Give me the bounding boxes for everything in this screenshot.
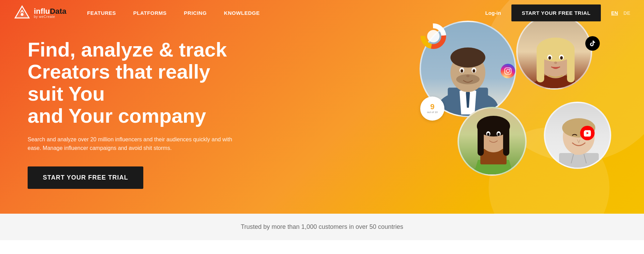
avatar-teen-hoodie bbox=[544, 102, 611, 169]
donut-chart bbox=[420, 22, 447, 51]
score-badge: 9 out of 10 bbox=[420, 96, 444, 121]
hero-subtitle: Search and analyze over 20 million influ… bbox=[28, 135, 235, 153]
trial-button-nav[interactable]: START YOUR FREE TRIAL bbox=[511, 4, 601, 21]
lang-de[interactable]: DE bbox=[624, 10, 630, 16]
hero-images: 9 out of 10 bbox=[402, 0, 644, 214]
logo-brand-name: influData bbox=[34, 8, 66, 15]
hero-content: Find, analyze & track Creators that real… bbox=[0, 4, 262, 209]
svg-point-19 bbox=[456, 74, 480, 84]
nav-platforms[interactable]: PLATFORMS bbox=[133, 10, 167, 16]
nav-right: Log-in START YOUR FREE TRIAL EN DE bbox=[485, 4, 630, 21]
youtube-badge bbox=[580, 126, 595, 140]
hero-title-line3: and Your company bbox=[28, 104, 206, 127]
score-number: 9 bbox=[430, 103, 434, 111]
logo-icon bbox=[14, 5, 30, 21]
svg-point-42 bbox=[487, 133, 490, 136]
lang-switcher: EN DE bbox=[611, 10, 630, 16]
svg-point-31 bbox=[554, 62, 557, 64]
svg-point-6 bbox=[427, 30, 440, 42]
svg-rect-26 bbox=[567, 48, 575, 82]
nav-links: FEATURES PLATFORMS PRICING KNOWLEDGE bbox=[87, 10, 485, 16]
trust-text: Trusted by more than 1,000 customers in … bbox=[241, 223, 403, 231]
nav-pricing[interactable]: PRICING bbox=[184, 10, 207, 16]
logo-sub-text: by weCreate bbox=[34, 15, 66, 19]
svg-rect-45 bbox=[559, 153, 599, 169]
svg-point-29 bbox=[548, 56, 551, 60]
nav-features[interactable]: FEATURES bbox=[87, 10, 116, 16]
login-link[interactable]: Log-in bbox=[485, 10, 501, 16]
hero-section: Find, analyze & track Creators that real… bbox=[0, 0, 644, 214]
logo-text: influData by weCreate bbox=[34, 8, 66, 19]
instagram-badge bbox=[501, 64, 515, 78]
trust-bar: Trusted by more than 1,000 customers in … bbox=[0, 214, 644, 240]
nav-knowledge[interactable]: KNOWLEDGE bbox=[224, 10, 260, 16]
logo-area[interactable]: influData by weCreate bbox=[14, 5, 66, 21]
trial-button-hero[interactable]: START YOUR FREE TRIAL bbox=[28, 166, 143, 189]
hero-title: Find, analyze & track Creators that real… bbox=[28, 39, 235, 126]
hero-title-line1: Find, analyze & track bbox=[28, 38, 227, 61]
avatar-girl-silhouette bbox=[459, 108, 527, 176]
svg-point-17 bbox=[473, 69, 475, 73]
navbar: influData by weCreate FEATURES PLATFORMS… bbox=[0, 0, 644, 26]
svg-point-16 bbox=[461, 69, 463, 73]
svg-point-52 bbox=[506, 69, 509, 72]
svg-rect-39 bbox=[503, 125, 509, 156]
tiktok-badge bbox=[585, 36, 600, 51]
svg-rect-51 bbox=[505, 68, 511, 74]
avatar-teen-silhouette bbox=[545, 103, 611, 169]
score-label: out of 10 bbox=[427, 111, 438, 114]
avatar-woman-silhouette bbox=[518, 15, 592, 90]
svg-point-53 bbox=[509, 69, 510, 70]
svg-point-30 bbox=[560, 56, 563, 60]
svg-point-43 bbox=[498, 133, 500, 136]
hero-title-line2: Creators that really suit You bbox=[28, 60, 210, 105]
svg-rect-25 bbox=[537, 48, 544, 82]
svg-point-13 bbox=[450, 48, 485, 68]
svg-point-2 bbox=[21, 13, 23, 16]
avatar-girl-green bbox=[458, 107, 527, 176]
svg-rect-38 bbox=[478, 125, 484, 156]
lang-en[interactable]: EN bbox=[611, 10, 618, 16]
